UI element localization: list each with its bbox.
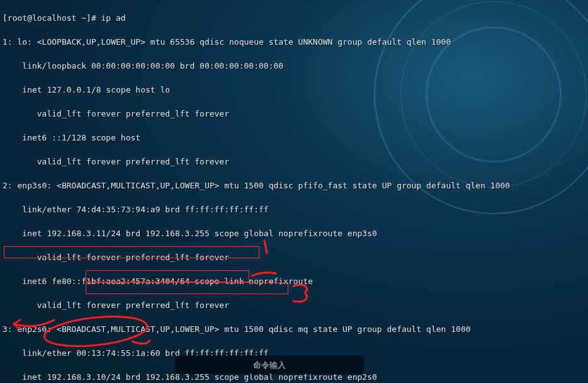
terminal-line: valid_lft forever preferred_lft forever bbox=[3, 108, 585, 120]
command-input-placeholder: 命令输入 bbox=[253, 359, 286, 371]
terminal-line: inet6 fe80::f1bf:aea2:457a:3404/64 scope… bbox=[3, 275, 585, 287]
terminal-line: valid_lft forever preferred_lft forever bbox=[3, 156, 585, 168]
terminal-line: 3: enp2s0: <BROADCAST,MULTICAST,UP,LOWER… bbox=[3, 323, 585, 335]
terminal-output: [root@localhost ~]# ip ad 1: lo: <LOOPBA… bbox=[0, 0, 588, 383]
terminal-line: valid_lft forever preferred_lft forever bbox=[3, 299, 585, 311]
terminal-line: inet6 ::1/128 scope host bbox=[3, 132, 585, 144]
terminal-line: 1: lo: <LOOPBACK,UP,LOWER_UP> mtu 65536 … bbox=[3, 36, 585, 48]
terminal-line: 2: enp3s0: <BROADCAST,MULTICAST,UP,LOWER… bbox=[3, 180, 585, 192]
terminal-line: inet 192.168.3.11/24 brd 192.168.3.255 s… bbox=[3, 227, 585, 239]
terminal-line: link/loopback 00:00:00:00:00:00 brd 00:0… bbox=[3, 60, 585, 72]
command-input-bar[interactable]: 命令输入 bbox=[175, 355, 364, 374]
terminal-line: inet 127.0.0.1/8 scope host lo bbox=[3, 84, 585, 96]
terminal-line: valid_lft forever preferred_lft forever bbox=[3, 251, 585, 263]
terminal-line: link/ether 74:d4:35:73:94:a9 brd ff:ff:f… bbox=[3, 203, 585, 215]
terminal-line: [root@localhost ~]# ip ad bbox=[3, 12, 585, 24]
